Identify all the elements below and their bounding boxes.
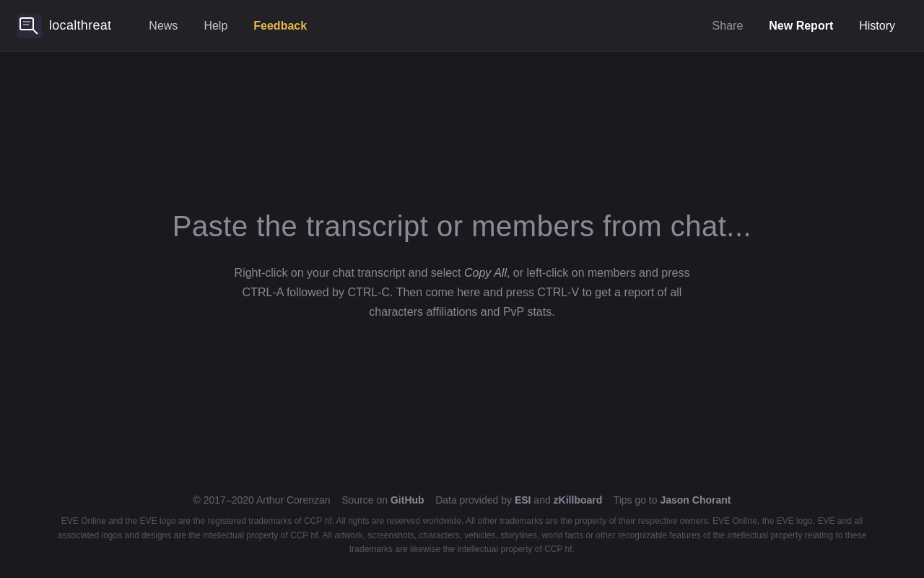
hero-description: Right-click on your chat transcript and … bbox=[224, 263, 700, 322]
nav-history-button[interactable]: History bbox=[847, 14, 907, 38]
footer-zkillboard-link[interactable]: zKillboard bbox=[554, 494, 603, 506]
footer-tips-prefix: Tips go to bbox=[614, 494, 661, 506]
logo-icon bbox=[17, 14, 42, 38]
nav-left-links: News Help Feedback bbox=[137, 14, 700, 38]
main-content: Paste the transcript or members from cha… bbox=[0, 52, 924, 480]
logo-text: localthreat bbox=[49, 18, 111, 33]
nav-right-links: Share New Report History bbox=[701, 14, 907, 38]
nav-new-report-button[interactable]: New Report bbox=[757, 14, 845, 38]
footer-and: and bbox=[533, 494, 550, 506]
nav-link-news[interactable]: News bbox=[137, 14, 189, 38]
footer-main: © 2017–2020 Arthur Corenzan Source on Gi… bbox=[29, 494, 895, 506]
nav-link-help[interactable]: Help bbox=[192, 14, 239, 38]
footer-github-link[interactable]: GitHub bbox=[391, 494, 424, 506]
nav-share-button[interactable]: Share bbox=[701, 14, 755, 38]
footer: © 2017–2020 Arthur Corenzan Source on Gi… bbox=[0, 480, 924, 578]
footer-esi-link[interactable]: ESI bbox=[515, 494, 531, 506]
hero-copy-all: Copy All bbox=[464, 267, 507, 279]
logo-link[interactable]: localthreat bbox=[17, 14, 111, 38]
footer-copyright: © 2017–2020 Arthur Corenzan bbox=[193, 494, 331, 506]
hero-desc-part1: Right-click on your chat transcript and … bbox=[235, 267, 464, 279]
footer-source-prefix: Source on bbox=[341, 494, 391, 506]
footer-jason-link[interactable]: Jason Chorant bbox=[660, 494, 731, 506]
footer-data-prefix: Data provided by bbox=[435, 494, 515, 506]
nav-link-feedback[interactable]: Feedback bbox=[242, 14, 318, 38]
footer-legal: EVE Online and the EVE logo are the regi… bbox=[43, 514, 881, 556]
hero-title: Paste the transcript or members from cha… bbox=[173, 210, 751, 243]
navbar: localthreat News Help Feedback Share New… bbox=[0, 0, 924, 52]
